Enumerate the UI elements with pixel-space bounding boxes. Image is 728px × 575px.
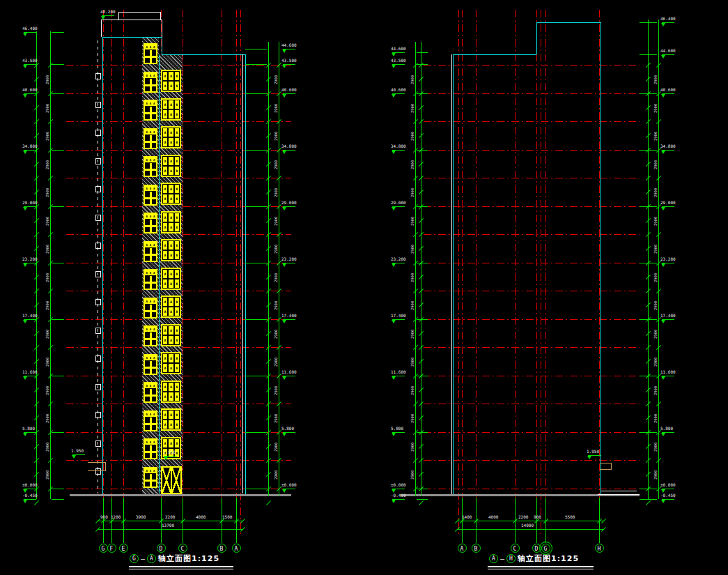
window: ∧∧∧ — [144, 354, 157, 375]
building-outline — [102, 37, 103, 495]
floor-tick-line — [245, 150, 267, 151]
building-detail-line — [118, 12, 160, 13]
window-transom — [145, 56, 156, 58]
window-pane: ∧ — [163, 307, 167, 316]
window-pane: ∧ — [169, 72, 173, 80]
total-dimension-value: 13700 — [162, 523, 174, 528]
floor-tick-line — [417, 432, 428, 433]
sash-chevron-icon: ∧ — [146, 215, 148, 218]
elevation-flag — [661, 376, 665, 380]
grid-extension-line — [462, 498, 463, 543]
grid-bubble: E — [119, 544, 128, 553]
elevation-flag — [282, 320, 286, 323]
dimension-value: 4000 — [488, 515, 498, 519]
door-leaf — [162, 468, 172, 493]
elevation-value: 17.400 — [22, 314, 38, 318]
sash-chevron-icon: ∧ — [146, 469, 148, 473]
elevation-value: 23.200 — [22, 257, 38, 261]
storey-dimension: 2900 — [274, 358, 279, 367]
window: ∧∧∧ — [144, 72, 157, 93]
sash-chevron-icon: ∧ — [149, 187, 151, 190]
building-detail-line — [162, 20, 162, 37]
canopy-elevation-flag — [164, 457, 168, 460]
window-pane: ∧ — [163, 251, 167, 259]
window-pane: ∧ — [169, 213, 173, 222]
storey-dimension: 2900 — [411, 132, 415, 141]
storey-dimension: 2900 — [411, 414, 415, 423]
elevation-flag — [282, 207, 286, 210]
sash-chevron-icon: ∧ — [153, 158, 155, 162]
grid-line-vertical — [123, 10, 124, 537]
elevation-value: -0.450 — [22, 493, 38, 498]
window: ∧∧∧ — [144, 128, 157, 149]
floor-tick-line — [640, 489, 657, 489]
storey-dimension: 2900 — [411, 385, 415, 394]
floor-tick-line — [245, 263, 267, 263]
window: ∧∧∧ — [144, 269, 157, 290]
elevation-value: 1.950 — [71, 449, 84, 453]
dimension-value: 5500 — [565, 515, 575, 519]
floor-grid-line — [424, 347, 640, 348]
window-pane: ∧ — [175, 72, 179, 80]
storey-dimension: 2900 — [411, 245, 415, 254]
window-body — [145, 361, 156, 374]
sash-chevron-icon: ∧ — [149, 413, 151, 416]
storey-dimension: 2900 — [411, 358, 415, 367]
window-sash-band: ∧∧∧ — [145, 73, 156, 79]
sash-chevron-icon: ∧ — [149, 243, 151, 247]
floor-tick-line — [52, 206, 64, 207]
window-pane: ∧ — [163, 326, 167, 335]
stair-window — [95, 384, 101, 390]
grid-extension-line — [123, 498, 124, 543]
building-detail-line — [242, 54, 243, 493]
elevation-flag — [392, 53, 396, 56]
floor-tick-line — [417, 376, 428, 376]
sash-chevron-icon: ∧ — [153, 74, 155, 77]
floor-tick-line — [417, 319, 428, 320]
grid-line-vertical — [476, 10, 477, 537]
grid-line-vertical — [222, 10, 222, 537]
window-pane: ∧ — [169, 298, 173, 306]
sash-chevron-icon: ∧ — [149, 328, 151, 331]
view-title-right: A — H 轴立面图1:125 — [489, 553, 579, 564]
floor-tick-line — [52, 150, 64, 151]
storey-dimension: 2900 — [654, 160, 658, 169]
sash-chevron-icon: ∧ — [153, 356, 155, 360]
elevation-flag — [661, 94, 665, 98]
elevation-value: 48.200 — [100, 10, 116, 14]
building-outline — [453, 54, 536, 55]
storey-dimension: 2900 — [274, 132, 279, 141]
elevation-value: 46.400 — [660, 17, 676, 21]
window-body — [145, 135, 156, 148]
storey-dimension: 2900 — [46, 358, 50, 367]
floor-tick-line — [640, 54, 657, 55]
elevation-flag — [661, 320, 665, 323]
elevation-value: 40.600 — [660, 88, 676, 92]
window-pane: ∧ — [175, 420, 179, 429]
elevation-value: 1.950 — [163, 450, 176, 454]
sash-chevron-icon: ∧ — [146, 45, 148, 49]
window-pane: ∧ — [175, 138, 179, 146]
door-leaf — [172, 468, 180, 493]
grid-bubble: C — [178, 544, 187, 553]
window-body — [145, 248, 156, 261]
window-sash-band: ∧∧∧ — [145, 130, 156, 135]
sash-chevron-icon: ∧ — [153, 130, 155, 134]
window-sash-band: ∧∧∧ — [145, 45, 156, 50]
sash-chevron-icon: ∧ — [153, 271, 155, 275]
elevation-flag — [392, 433, 396, 436]
grid-bubble: F — [107, 544, 116, 553]
cad-drawing-canvas[interactable]: G — A 轴立面图1:125 A — H 轴立面图1:125 ∧∧∧∧∧∧∧∧… — [0, 0, 728, 575]
stair-window — [95, 73, 101, 79]
floor-grid-line — [424, 376, 640, 376]
storey-dimension: 2900 — [411, 329, 415, 338]
building-outline — [601, 22, 601, 495]
sash-chevron-icon: ∧ — [149, 356, 151, 360]
window: ∧∧∧ — [144, 43, 157, 64]
canopy-elevation-flag — [101, 16, 105, 20]
elevation-value: 29.000 — [660, 201, 676, 205]
dimension-line — [36, 31, 37, 499]
sash-chevron-icon: ∧ — [149, 440, 151, 444]
storey-dimension: 2900 — [654, 358, 658, 367]
window-pane: ∧ — [163, 167, 167, 175]
